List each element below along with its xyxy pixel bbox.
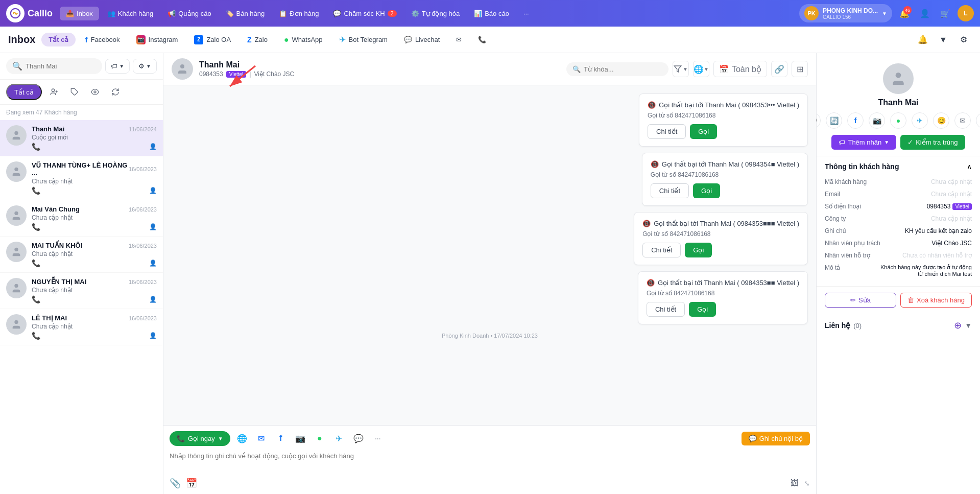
refresh-icon-btn[interactable]: 🔄	[826, 112, 842, 129]
channel-instagram[interactable]: 📷 Instagram	[129, 32, 185, 48]
expand-btn[interactable]: ⊞	[792, 61, 808, 77]
nav-automation[interactable]: ⚙️ Tự động hóa	[405, 7, 466, 20]
profile-pill[interactable]: PK PHONG KINH DO... CALLIO 156 ▼	[799, 4, 892, 22]
tg-icon-btn[interactable]: ✈	[912, 112, 928, 129]
wa-icon-btn[interactable]: ●	[890, 112, 906, 129]
channel-facebook[interactable]: f Facebook	[78, 32, 127, 47]
contacts-btn[interactable]: 👤	[917, 5, 933, 21]
info-row-note: Ghi chú KH yêu cầu kết bạn zalo	[825, 225, 972, 237]
nav-orders[interactable]: 📋 Đơn hàng	[273, 7, 325, 20]
more-channels-btn[interactable]: ···	[370, 431, 386, 446]
add-label-btn[interactable]: 🏷 Thêm nhãn ▼	[831, 135, 896, 150]
detail-btn[interactable]: Chi tiết	[648, 124, 686, 139]
nav-more[interactable]: ···	[517, 7, 535, 20]
call-btn[interactable]: Gọi	[693, 183, 720, 198]
nav-care[interactable]: 💬 Chăm sóc KH 2	[327, 7, 402, 20]
avatar	[6, 314, 27, 335]
cart-btn[interactable]: 🛒	[937, 5, 953, 21]
add-lien-he-btn[interactable]: ⊕	[954, 320, 962, 331]
contact-item[interactable]: Mai Văn Chung 16/06/2023 Chưa cập nhật 📞…	[0, 200, 163, 237]
detail-btn[interactable]: Chi tiết	[651, 183, 689, 198]
chat-textarea[interactable]	[170, 450, 810, 476]
check-duplicate-btn[interactable]: ✓ Kiểm tra trùng	[900, 135, 965, 150]
call-now-label: Gọi ngay	[188, 435, 215, 442]
contact-item[interactable]: Thanh Mai 11/06/2024 Cuộc gọi mới 📞 👤	[0, 120, 163, 156]
date-filter-btn[interactable]: 📅 Toàn bộ	[713, 61, 767, 77]
channel-phone[interactable]: 📞	[471, 33, 493, 46]
fb-icon-btn[interactable]: f	[847, 112, 864, 129]
nav-sales[interactable]: 🏷️ Bán hàng	[220, 7, 271, 20]
call-now-btn[interactable]: 📞 Gọi ngay ▼	[170, 431, 230, 446]
nav-ads[interactable]: 📢 Quảng cáo	[161, 7, 217, 20]
wa-channel-btn[interactable]: ●	[312, 431, 327, 446]
sms-icon-btn[interactable]: 💬	[817, 112, 821, 129]
contact-sub: Chưa cập nhật	[32, 287, 157, 294]
contact-item[interactable]: LÊ THỊ MAI 16/06/2023 Chưa cập nhật 📞 👤	[0, 309, 163, 345]
settings-btn[interactable]: ⚙	[955, 32, 972, 48]
emoji-btn[interactable]: 🌐	[234, 431, 250, 446]
channel-telegram[interactable]: ✈ Bot Telegram	[332, 32, 395, 48]
channel-zalo[interactable]: Z Zalo	[240, 33, 275, 47]
nav-orders-icon: 📋	[279, 10, 287, 17]
more-filter-btn[interactable]: ⚙ ▼	[133, 59, 157, 74]
emoji-icon-btn[interactable]: 😊	[933, 112, 949, 129]
chevron-down-icon[interactable]: ▼	[965, 321, 972, 330]
phone-number: 0984353	[927, 203, 951, 210]
alert-btn[interactable]: 🔔	[915, 32, 931, 48]
note-btn[interactable]: 💬 Ghi chú nội bộ	[742, 432, 810, 445]
dropdown-btn[interactable]: ▼	[935, 32, 951, 48]
globe-btn[interactable]: 🌐▼	[693, 61, 709, 77]
nav-customers[interactable]: 👥 Khách hàng	[101, 7, 159, 20]
contact-date: 16/06/2023	[129, 243, 157, 249]
link-btn[interactable]: 🔗	[771, 61, 787, 77]
zalo-oa-icon: Z	[194, 35, 203, 44]
ig-icon-btn[interactable]: 📷	[869, 112, 885, 129]
search-input[interactable]	[26, 62, 96, 70]
detail-btn[interactable]: Chi tiết	[647, 302, 685, 317]
ig-channel-btn[interactable]: 📷	[293, 431, 308, 446]
image-btn[interactable]: 🖼	[791, 479, 799, 488]
mail-icon-btn[interactable]: ✉	[954, 112, 971, 129]
chat-channel-btn[interactable]: 💬	[351, 431, 366, 446]
phone-icon-btn[interactable]: 📞	[976, 112, 980, 129]
fb-channel-btn[interactable]: f	[273, 431, 289, 446]
user-avatar-btn[interactable]: L	[958, 5, 974, 21]
detail-btn[interactable]: Chi tiết	[642, 243, 681, 257]
label-manage-btn[interactable]	[66, 84, 83, 100]
tag-filter-btn[interactable]: 🏷 ▼	[105, 59, 130, 74]
contact-item[interactable]: VŨ THANH TÙNG+ LÊ HOÀNG ... 16/06/2023 C…	[0, 156, 163, 200]
customer-info-section: Thông tin khách hàng ∧ Mã khách hàng Chư…	[817, 156, 980, 287]
channel-all[interactable]: Tất cả	[41, 33, 76, 46]
delete-label: Xoá khách hàng	[917, 296, 965, 304]
call-btn[interactable]: Gọi	[690, 124, 717, 139]
notifications-btn[interactable]: 🔔 46	[896, 5, 913, 21]
contact-item[interactable]: MAI TUẤN KHÔI 16/06/2023 Chưa cập nhật 📞…	[0, 237, 163, 273]
channel-livechat[interactable]: 💬 Livechat	[397, 33, 447, 46]
channel-zalo-oa[interactable]: Z Zalo OA	[187, 32, 238, 48]
resize-btn[interactable]: ⤡	[804, 479, 810, 487]
nav-inbox[interactable]: 📥 Inbox	[60, 7, 99, 20]
call-btn[interactable]: Gọi	[685, 243, 712, 257]
add-user-btn[interactable]	[46, 84, 62, 100]
zalo-channel-btn[interactable]: ✉	[254, 431, 269, 446]
message-search-input[interactable]	[584, 65, 662, 73]
collapse-icon[interactable]: ∧	[967, 162, 972, 171]
nav-report[interactable]: 📊 Báo cáo	[468, 7, 515, 20]
delete-customer-btn[interactable]: 🗑 Xoá khách hàng	[900, 293, 972, 308]
view-btn[interactable]	[87, 84, 103, 100]
call-btn[interactable]: Gọi	[689, 302, 716, 317]
contact-name: Mai Văn Chung	[32, 205, 80, 213]
contact-sub: Chưa cập nhật	[32, 214, 157, 221]
edit-btn[interactable]: ✏ Sửa	[825, 293, 896, 308]
attachment-btn[interactable]: 📎	[170, 478, 181, 489]
all-tab-btn[interactable]: Tất cả	[6, 84, 42, 100]
contact-item[interactable]: NGUYỄN THỊ MAI 16/06/2023 Chưa cập nhật …	[0, 273, 163, 309]
channel-whatsapp[interactable]: ● WhatsApp	[277, 32, 330, 48]
contact-list: Thanh Mai 11/06/2024 Cuộc gọi mới 📞 👤	[0, 120, 163, 494]
channel-email[interactable]: ✉	[449, 33, 469, 46]
sync-btn[interactable]	[107, 84, 124, 100]
calendar-btn[interactable]: 📅	[186, 478, 197, 489]
channel-zalo-label: Zalo	[255, 36, 268, 43]
filter-action-btn[interactable]: ▼	[673, 61, 689, 77]
tg-channel-btn[interactable]: ✈	[331, 431, 347, 446]
